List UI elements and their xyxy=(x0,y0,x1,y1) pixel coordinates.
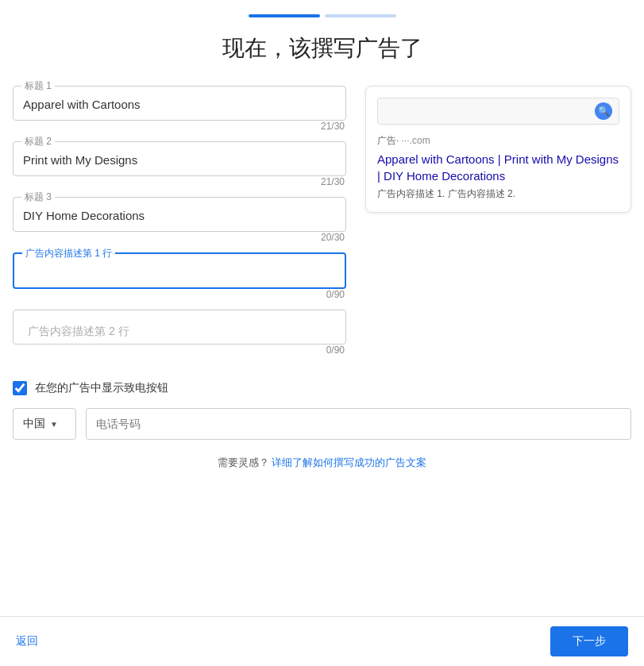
ad-badge: 广告· ···.com xyxy=(377,134,619,148)
progress-step-1 xyxy=(249,14,320,17)
desc1-wrapper: 广告内容描述第 1 行 xyxy=(13,252,346,289)
next-button[interactable]: 下一步 xyxy=(550,626,628,656)
country-select[interactable]: 中国 ▼ xyxy=(13,408,76,440)
chevron-down-icon: ▼ xyxy=(50,420,58,429)
search-icon: 🔍 xyxy=(595,102,612,120)
title3-input[interactable] xyxy=(23,206,336,222)
left-panel: 标题 1 21/30 标题 2 21/30 标题 3 20/30 广告内容描述第 xyxy=(13,86,346,365)
title3-count: 20/30 xyxy=(13,232,346,243)
title2-input[interactable] xyxy=(23,150,336,167)
ad-preview-card: 🔍 广告· ···.com Apparel with Cartoons | Pr… xyxy=(365,86,631,213)
progress-step-2 xyxy=(325,14,396,17)
title2-label: 标题 2 xyxy=(21,135,55,148)
desc1-input[interactable] xyxy=(24,262,335,279)
desc2-wrapper: 广告内容描述第 2 行 xyxy=(13,310,346,345)
phone-checkbox-row: 在您的广告中显示致电按钮 xyxy=(0,381,644,395)
phone-row: 中国 ▼ xyxy=(0,408,644,440)
desc1-label: 广告内容描述第 1 行 xyxy=(22,247,115,260)
title2-group: 标题 2 21/30 xyxy=(13,141,346,187)
country-label: 中国 xyxy=(23,417,45,431)
title2-wrapper: 标题 2 xyxy=(13,141,346,176)
ad-description: 广告内容描述 1. 广告内容描述 2. xyxy=(377,187,619,201)
desc1-group: 广告内容描述第 1 行 0/90 xyxy=(13,252,346,300)
footer-bar: 返回 下一步 xyxy=(0,616,644,666)
hint-link[interactable]: 详细了解如何撰写成功的广告文案 xyxy=(272,456,426,468)
phone-input-wrapper xyxy=(86,408,631,440)
title3-label: 标题 3 xyxy=(21,191,55,204)
title1-input[interactable] xyxy=(23,94,336,111)
ad-title-link[interactable]: Apparel with Cartoons | Print with My De… xyxy=(377,151,619,184)
title1-wrapper: 标题 1 xyxy=(13,86,346,121)
title2-count: 21/30 xyxy=(13,176,346,187)
desc2-input[interactable] xyxy=(23,318,336,335)
page-title: 现在，该撰写广告了 xyxy=(0,33,644,64)
preview-search-bar: 🔍 xyxy=(377,98,619,125)
title1-group: 标题 1 21/30 xyxy=(13,86,346,132)
desc1-count: 0/90 xyxy=(13,289,346,300)
desc2-count: 0/90 xyxy=(13,345,346,356)
hint-text: 需要灵感？ xyxy=(218,456,269,468)
show-phone-checkbox[interactable] xyxy=(13,381,27,395)
hint-row: 需要灵感？ 详细了解如何撰写成功的广告文案 xyxy=(0,456,644,470)
show-phone-label: 在您的广告中显示致电按钮 xyxy=(35,381,168,395)
right-panel: 🔍 广告· ···.com Apparel with Cartoons | Pr… xyxy=(365,86,631,365)
phone-input[interactable] xyxy=(96,418,621,430)
title3-wrapper: 标题 3 xyxy=(13,197,346,232)
ad-url: ···.com xyxy=(402,135,430,146)
title3-group: 标题 3 20/30 xyxy=(13,197,346,243)
desc2-group: 广告内容描述第 2 行 0/90 xyxy=(13,310,346,356)
progress-bar xyxy=(0,0,644,25)
preview-search-input xyxy=(384,106,595,117)
title1-count: 21/30 xyxy=(13,121,346,132)
back-button[interactable]: 返回 xyxy=(16,634,38,649)
title1-label: 标题 1 xyxy=(21,79,55,93)
